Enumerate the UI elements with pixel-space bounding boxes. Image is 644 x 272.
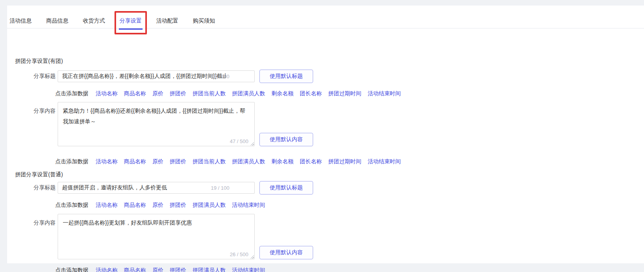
settings-panel: 活动信息 商品信息 收货方式 分享设置 活动配置 购买须知 拼团分享设置(有团)… xyxy=(7,6,644,263)
tab-activity-config[interactable]: 活动配置 xyxy=(156,6,179,29)
share-title-input-wrap: 38 / 100 xyxy=(58,70,255,82)
tab-share-settings[interactable]: 分享设置 xyxy=(119,6,143,29)
add-data-label: 点击添加数据 xyxy=(55,158,88,164)
add-data-link[interactable]: 拼团过期时间 xyxy=(328,158,361,164)
add-data-link[interactable]: 原价 xyxy=(152,158,163,164)
add-data-link[interactable]: 拼团当前人数 xyxy=(192,90,225,96)
tab-purchase-notes[interactable]: 购买须知 xyxy=(192,6,216,29)
add-data-row: 点击添加数据 活动名称 商品名称 原价 拼团价 拼团当前人数 拼团满员人数 剩余… xyxy=(55,90,406,97)
add-data-link[interactable]: 剩余名额 xyxy=(271,90,293,96)
share-content-label: 分享内容 xyxy=(7,102,56,115)
share-title-input-wrap: 19 / 100 xyxy=(58,182,255,194)
share-content-input-wrap: 紧急助力！{{商品名称}}还差{{剩余名额}}人成团，{{拼团过期时间}}截止，… xyxy=(58,102,255,146)
tab-product-info[interactable]: 商品信息 xyxy=(45,6,69,29)
add-data-link[interactable]: 商品名称 xyxy=(124,267,146,272)
add-data-link[interactable]: 原价 xyxy=(152,202,163,208)
active-tab-underline xyxy=(119,28,143,30)
add-data-link[interactable]: 活动结束时间 xyxy=(368,158,401,164)
add-data-link[interactable]: 拼团满员人数 xyxy=(192,202,225,208)
add-data-link[interactable]: 团长名称 xyxy=(300,90,322,96)
add-data-link[interactable]: 活动名称 xyxy=(96,158,118,164)
add-data-label: 点击添加数据 xyxy=(55,267,88,272)
section-title-has-group: 拼团分享设置(有团) xyxy=(15,58,63,65)
add-data-link[interactable]: 活动名称 xyxy=(96,90,118,96)
share-title-label: 分享标题 xyxy=(7,184,56,191)
share-content-textarea[interactable]: 紧急助力！{{商品名称}}还差{{剩余名额}}人成团，{{拼团过期时间}}截止，… xyxy=(58,102,255,146)
share-title-input[interactable] xyxy=(58,70,255,82)
add-data-link[interactable]: 拼团满员人数 xyxy=(192,267,225,272)
add-data-link[interactable]: 原价 xyxy=(152,90,163,96)
add-data-link[interactable]: 活动结束时间 xyxy=(368,90,401,96)
use-default-content-button[interactable]: 使用默认内容 xyxy=(259,246,313,259)
add-data-link[interactable]: 拼团价 xyxy=(170,202,186,208)
add-data-link[interactable]: 拼团价 xyxy=(170,90,186,96)
add-data-label: 点击添加数据 xyxy=(55,202,88,208)
add-data-link[interactable]: 原价 xyxy=(152,267,163,272)
share-content-label: 分享内容 xyxy=(7,214,56,227)
add-data-link[interactable]: 拼团满员人数 xyxy=(232,90,265,96)
add-data-link[interactable]: 活动结束时间 xyxy=(232,202,265,208)
share-title-row-2: 分享标题 19 / 100 使用默认标题 xyxy=(7,181,313,195)
tab-share-settings-label: 分享设置 xyxy=(120,17,142,24)
add-data-link[interactable]: 商品名称 xyxy=(124,90,146,96)
add-data-link[interactable]: 剩余名额 xyxy=(271,158,293,164)
add-data-link[interactable]: 活动名称 xyxy=(96,267,118,272)
add-data-row: 点击添加数据 活动名称 商品名称 原价 拼团价 拼团满员人数 活动结束时间 xyxy=(55,202,270,209)
add-data-link[interactable]: 活动名称 xyxy=(96,202,118,208)
add-data-link[interactable]: 团长名称 xyxy=(300,158,322,164)
add-data-link[interactable]: 拼团满员人数 xyxy=(232,158,265,164)
add-data-link[interactable]: 拼团价 xyxy=(170,267,186,272)
share-title-label: 分享标题 xyxy=(7,73,56,80)
share-title-row-1: 分享标题 38 / 100 使用默认标题 xyxy=(7,70,313,83)
share-content-textarea[interactable]: 一起拼{{商品名称}}更划算，好友组队即刻开团享优惠 xyxy=(58,214,255,259)
use-default-title-button[interactable]: 使用默认标题 xyxy=(259,181,313,195)
add-data-link[interactable]: 拼团价 xyxy=(170,158,186,164)
add-data-row: 点击添加数据 活动名称 商品名称 原价 拼团价 拼团当前人数 拼团满员人数 剩余… xyxy=(55,158,406,165)
share-title-input[interactable] xyxy=(58,182,255,194)
share-content-row-1: 分享内容 紧急助力！{{商品名称}}还差{{剩余名额}}人成团，{{拼团过期时间… xyxy=(7,102,313,146)
add-data-link[interactable]: 拼团过期时间 xyxy=(328,90,361,96)
tab-bar: 活动信息 商品信息 收货方式 分享设置 活动配置 购买须知 xyxy=(7,6,644,28)
tab-delivery-method[interactable]: 收货方式 xyxy=(82,6,106,29)
section-title-normal: 拼团分享设置(普通) xyxy=(15,171,63,178)
add-data-label: 点击添加数据 xyxy=(55,90,88,96)
add-data-link[interactable]: 活动结束时间 xyxy=(232,267,265,272)
add-data-link[interactable]: 拼团当前人数 xyxy=(192,158,225,164)
add-data-link[interactable]: 商品名称 xyxy=(124,202,146,208)
add-data-row: 点击添加数据 活动名称 商品名称 原价 拼团价 拼团满员人数 活动结束时间 xyxy=(55,267,270,272)
tab-activity-info[interactable]: 活动信息 xyxy=(9,6,32,29)
add-data-link[interactable]: 商品名称 xyxy=(124,158,146,164)
use-default-title-button[interactable]: 使用默认标题 xyxy=(259,70,313,83)
share-content-row-2: 分享内容 一起拼{{商品名称}}更划算，好友组队即刻开团享优惠 26 / 500… xyxy=(7,214,313,259)
use-default-content-button[interactable]: 使用默认内容 xyxy=(259,133,313,146)
share-content-input-wrap: 一起拼{{商品名称}}更划算，好友组队即刻开团享优惠 26 / 500 xyxy=(58,214,255,259)
